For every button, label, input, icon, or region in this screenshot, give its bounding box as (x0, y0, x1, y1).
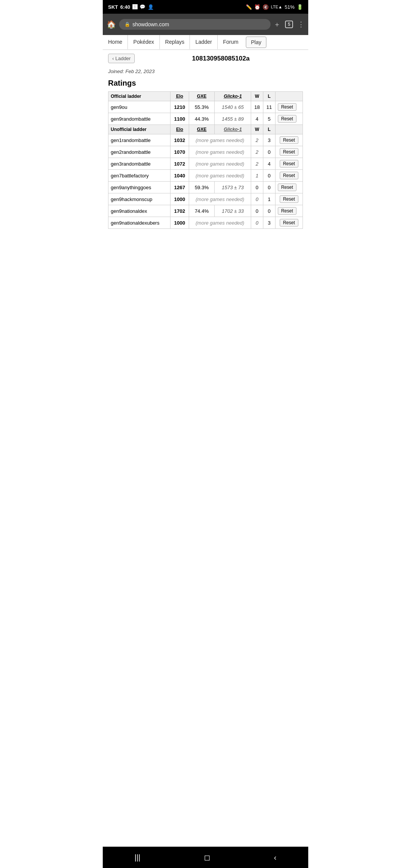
browser-icon: 🅱 (132, 4, 137, 10)
reset-button[interactable]: Reset (280, 195, 298, 203)
url-bar[interactable]: 🔒 showdown.com (119, 19, 271, 30)
glicko-value: 1540 ± 65 (215, 101, 251, 113)
reset-button[interactable]: Reset (278, 103, 296, 111)
ratings-table: Official ladder Elo GXE Glicko-1 W L gen… (108, 91, 303, 229)
table-row: gen2randombattle 1070 (more games needed… (108, 146, 303, 158)
gxe-value: 74.4% (189, 205, 214, 217)
losses: 4 (263, 158, 275, 170)
signal-icon: LTE▲ (271, 5, 282, 9)
wins: 0 (251, 205, 263, 217)
ladder-name: gen7battlefactory (108, 170, 170, 182)
joined-info: Joined: Feb 22, 2023 (108, 69, 303, 74)
wins: 2 (251, 158, 263, 170)
ladder-name: gen9ou (108, 101, 170, 113)
elo-value: 1000 (170, 193, 189, 205)
unofficial-w-col: W (251, 125, 263, 134)
time: 6:40 (120, 4, 130, 10)
reset-button[interactable]: Reset (280, 219, 298, 227)
glicko-value: 1455 ± 89 (215, 113, 251, 125)
back-nav-button[interactable]: ‹ (274, 853, 277, 862)
col-header-elo: Elo (170, 92, 189, 101)
gxe-value: (more games needed) (189, 146, 251, 158)
reset-button[interactable]: Reset (280, 172, 298, 179)
mute-icon: 🔇 (263, 4, 269, 10)
tab-count-button[interactable]: 5 (285, 21, 293, 28)
reset-button[interactable]: Reset (280, 160, 298, 168)
tab-ladder[interactable]: Ladder (190, 35, 217, 49)
battery-icon: 🔋 (297, 4, 303, 10)
elo-value: 1702 (170, 205, 189, 217)
gxe-value: 55.3% (189, 101, 214, 113)
losses: 3 (263, 217, 275, 229)
talk-icon: 💬 (140, 4, 145, 10)
unofficial-gxe-col: GXE (189, 125, 214, 134)
elo-value: 1072 (170, 158, 189, 170)
lock-icon: 🔒 (124, 22, 130, 27)
tab-pokedex[interactable]: Pokédex (127, 35, 159, 49)
reset-button[interactable]: Reset (278, 183, 296, 191)
wins: 0 (251, 193, 263, 205)
ladder-name: gen3randombattle (108, 158, 170, 170)
reset-cell: Reset (275, 101, 303, 113)
browser-actions: ＋ 5 ⋮ (274, 20, 304, 29)
losses: 5 (263, 113, 275, 125)
wins: 4 (251, 113, 263, 125)
recent-apps-button[interactable]: ||| (134, 853, 140, 862)
losses: 0 (263, 205, 275, 217)
unofficial-elo-col: Elo (170, 125, 189, 134)
bottom-nav-bar: ||| ◻ ‹ (103, 847, 308, 868)
new-tab-button[interactable]: ＋ (274, 20, 280, 29)
unofficial-ladder-label: Unofficial ladder (108, 125, 170, 134)
carrier: SKT (108, 4, 118, 10)
tab-play[interactable]: Play (246, 37, 266, 48)
url-text: showdown.com (132, 21, 169, 27)
status-bar: SKT 6:40 🅱 💬 👤 ✏️ ⏰ 🔇 LTE▲ 51% 🔋 (103, 0, 308, 14)
losses: 11 (263, 101, 275, 113)
gxe-value: (more games needed) (189, 170, 251, 182)
home-button[interactable]: 🏠 (107, 20, 116, 29)
elo-value: 1032 (170, 134, 189, 146)
elo-value: 1267 (170, 182, 189, 193)
page-header: ‹ Ladder 108130958085102a (108, 54, 303, 63)
unofficial-header-row: Unofficial ladder Elo GXE Glicko-1 W L (108, 125, 303, 134)
reset-cell: Reset (275, 217, 303, 229)
reset-button[interactable]: Reset (280, 136, 298, 144)
reset-cell: Reset (275, 205, 303, 217)
losses: 3 (263, 134, 275, 146)
joined-label: Joined: (108, 69, 124, 74)
tab-forum[interactable]: Forum (217, 35, 244, 49)
wins: 18 (251, 101, 263, 113)
reset-cell: Reset (275, 170, 303, 182)
col-header-ladder: Official ladder (108, 92, 170, 101)
reset-cell: Reset (275, 113, 303, 125)
elo-value: 1210 (170, 101, 189, 113)
reset-button[interactable]: Reset (278, 207, 296, 215)
table-row: gen9anythinggoes 1267 59.3% 1573 ± 73 0 … (108, 182, 303, 193)
menu-button[interactable]: ⋮ (298, 20, 304, 29)
table-row: gen9randombattle 1100 44.3% 1455 ± 89 4 … (108, 113, 303, 125)
tab-replays[interactable]: Replays (159, 35, 190, 49)
edit-icon: ✏️ (246, 4, 252, 10)
gxe-value: (more games needed) (189, 158, 251, 170)
gxe-value: (more games needed) (189, 217, 251, 229)
alarm-icon: ⏰ (254, 4, 260, 10)
status-right: ✏️ ⏰ 🔇 LTE▲ 51% 🔋 (246, 4, 303, 10)
table-row: gen7battlefactory 1040 (more games neede… (108, 170, 303, 182)
reset-cell: Reset (275, 182, 303, 193)
ladder-name: gen1randombattle (108, 134, 170, 146)
table-row: gen3randombattle 1072 (more games needed… (108, 158, 303, 170)
unofficial-glicko-col: Glicko-1 (215, 125, 251, 134)
ladder-name: gen9anythinggoes (108, 182, 170, 193)
losses: 0 (263, 146, 275, 158)
back-button[interactable]: ‹ Ladder (108, 54, 135, 63)
reset-button[interactable]: Reset (278, 115, 296, 123)
table-row: gen1randombattle 1032 (more games needed… (108, 134, 303, 146)
reset-button[interactable]: Reset (280, 148, 298, 156)
glicko-value: 1573 ± 73 (215, 182, 251, 193)
home-nav-button[interactable]: ◻ (204, 853, 210, 862)
col-header-l: L (263, 92, 275, 101)
table-row: gen9ou 1210 55.3% 1540 ± 65 18 11 Reset (108, 101, 303, 113)
losses: 0 (263, 182, 275, 193)
gxe-value: (more games needed) (189, 193, 251, 205)
tab-home[interactable]: Home (103, 35, 127, 49)
